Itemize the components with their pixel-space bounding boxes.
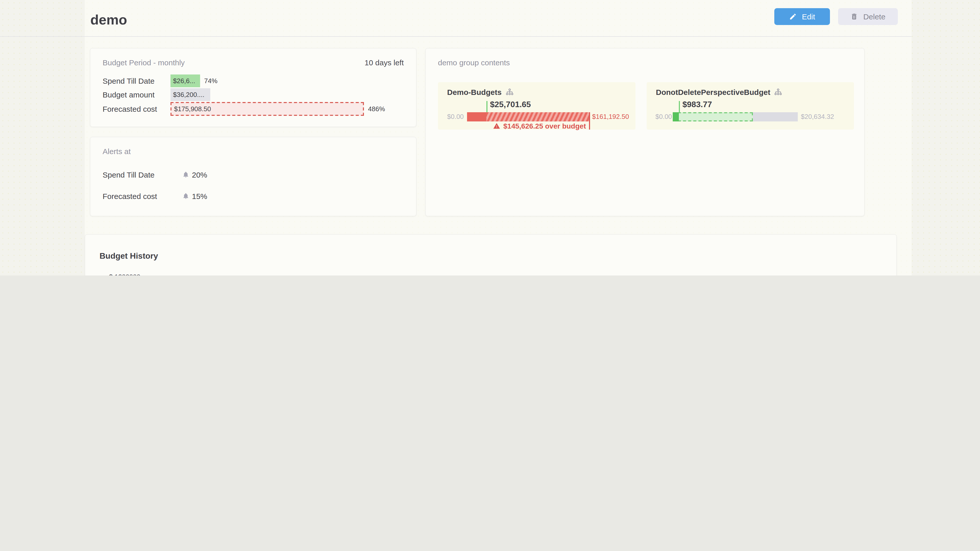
delete-button[interactable]: Delete [838,8,898,25]
bar-value-label: $26,6... [173,77,195,84]
over-budget-note: $145,626.25 over budget [467,122,586,130]
budget-period-rows: Spend Till Date$26,6...74%Budget amount$… [103,74,404,116]
bar-max-label: $20,634.32 [801,112,834,121]
budget-tile-name: DonotDeletePerspectiveBudget [656,88,770,97]
bell-icon [182,171,189,178]
warning-icon [493,122,500,130]
bell-icon [182,192,189,200]
budget-bar: $36,200.... [170,88,210,101]
budget-progress-bar [467,112,589,121]
group-tiles: Demo-Budgets$25,701.65$0.00$145,626.25 o… [438,82,854,130]
y-axis-max-label: $ 1200000 [97,273,140,275]
spend-bar: $26,6... [170,74,200,87]
budget-progress-bar [673,112,798,121]
alert-threshold: 15% [182,192,207,200]
budget-period-row-label: Budget amount [103,90,170,99]
budget-period-row: Forecasted cost$175,908.50486% [103,102,404,116]
budget-period-card-title: Budget Period - monthly [103,58,185,67]
bar-percent-label: 486% [368,105,385,113]
budget-tile-link[interactable]: DonotDeletePerspectiveBudget [656,88,782,97]
bar-value-label: $36,200.... [173,91,204,98]
bar-percent-label: 74% [204,77,218,84]
alerts-card: Alerts at Spend Till Date20%Forecasted c… [90,137,417,216]
budget-tile-value: $25,701.65 [490,100,531,109]
over-budget-segment [487,112,589,121]
days-left-label: 10 days left [365,58,404,67]
budget-period-card: Budget Period - monthly 10 days left Spe… [90,48,417,127]
page-title: demo [90,12,127,28]
alert-row: Spend Till Date20% [103,164,404,185]
over-budget-edge-line [589,112,590,130]
budget-period-row: Spend Till Date$26,6...74% [103,74,404,87]
bar-min-label: $0.00 [655,112,672,121]
trash-icon [851,13,858,21]
group-contents-card: demo group contents Demo-Budgets$25,701.… [425,48,865,216]
remaining-segment [753,112,798,121]
hierarchy-icon [506,88,513,96]
edit-button[interactable]: Edit [774,8,830,25]
budget-period-row-label: Spend Till Date [103,76,170,85]
bar-min-label: $0.00 [447,112,464,121]
budget-tile-value: $983.77 [682,100,712,109]
bar-value-label: $175,908.50 [174,105,211,113]
delete-button-label: Delete [863,12,886,21]
alert-threshold-value: 20% [192,170,207,179]
alert-row-label: Forecasted cost [103,192,182,200]
spent-segment [467,112,487,121]
spent-segment [673,112,679,121]
alerts-card-title: Alerts at [103,147,130,156]
alert-threshold: 20% [182,170,207,179]
hierarchy-icon [774,88,782,96]
alert-row: Forecasted cost15% [103,185,404,206]
budget-period-row: Budget amount$36,200.... [103,88,404,101]
budget-period-row-label: Forecasted cost [103,104,170,113]
edit-button-label: Edit [802,12,815,21]
budget-dashboard-page: demo Edit Delete Budget Period - monthly… [0,0,980,275]
budget-tile: Demo-Budgets$25,701.65$0.00$145,626.25 o… [438,82,635,130]
budget-tile-link[interactable]: Demo-Budgets [447,88,513,97]
group-contents-card-title: demo group contents [438,58,510,67]
over-budget-text: $145,626.25 over budget [503,122,586,130]
budget-history-title: Budget History [100,251,158,261]
budget-history-card: Budget History $ 1200000 $ 0 1 Jul 2024 … [85,234,897,275]
alert-threshold-value: 15% [192,192,207,200]
forecast-segment [673,112,753,121]
alert-row-label: Spend Till Date [103,170,182,179]
header-divider [0,36,912,37]
forecast-bar: $175,908.50 [170,102,364,116]
pencil-icon [789,13,797,21]
budget-tile: DonotDeletePerspectiveBudget$983.77$0.00… [647,82,854,130]
alert-rows: Spend Till Date20%Forecasted cost15% [103,164,404,206]
budget-tile-name: Demo-Budgets [447,88,501,97]
bar-max-label: $161,192.50 [592,112,629,121]
